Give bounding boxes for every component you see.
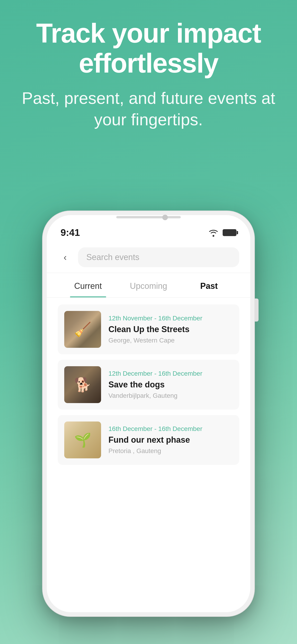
event-date-2: 12th December - 16th December [108, 370, 233, 377]
phone-notch [116, 216, 181, 218]
event-card-1[interactable]: 12th November - 16th December Clean Up t… [58, 304, 239, 354]
event-date-3: 16th December - 16th December [108, 425, 233, 432]
tab-current[interactable]: Current [58, 273, 118, 297]
event-date-1: 12th November - 16th December [108, 315, 233, 322]
hero-subtitle: Past, present, and future events at your… [14, 88, 283, 130]
back-chevron-icon: ‹ [64, 252, 66, 262]
event-location-2: Vanderbijlpark, Gauteng [108, 392, 233, 400]
event-title-3: Fund our next phase [108, 435, 233, 445]
event-title-2: Save the dogs [108, 380, 233, 390]
status-bar: 9:41 [47, 215, 250, 243]
phone-outer-shell: 9:41 ‹ Search events [42, 211, 254, 616]
search-bar-area: ‹ Search events [47, 243, 250, 273]
tabs-area: Current Upcoming Past [47, 273, 250, 298]
event-location-3: Pretoria , Gauteng [108, 447, 233, 455]
search-input-wrapper[interactable]: Search events [78, 247, 239, 267]
tab-upcoming[interactable]: Upcoming [118, 273, 179, 297]
phone-camera [162, 215, 168, 220]
hero-section: Track your impact effortlessly Past, pre… [0, 18, 297, 130]
events-list: 12th November - 16th December Clean Up t… [47, 298, 250, 472]
wifi-icon [208, 228, 219, 237]
search-input[interactable]: Search events [86, 252, 139, 262]
event-card-3[interactable]: 16th December - 16th December Fund our n… [58, 415, 239, 465]
tab-past[interactable]: Past [179, 273, 239, 297]
phone-mockup: 9:41 ‹ Search events [42, 211, 254, 616]
event-location-1: George, Western Cape [108, 337, 233, 344]
hero-title: Track your impact effortlessly [14, 18, 283, 78]
event-title-1: Clean Up the Streets [108, 324, 233, 334]
event-image-3 [64, 422, 101, 458]
event-info-2: 12th December - 16th December Save the d… [108, 370, 233, 399]
battery-icon [223, 229, 236, 236]
event-image-1 [64, 311, 101, 348]
event-info-1: 12th November - 16th December Clean Up t… [108, 315, 233, 344]
event-info-3: 16th December - 16th December Fund our n… [108, 425, 233, 454]
phone-screen: 9:41 ‹ Search events [47, 215, 250, 612]
event-image-2 [64, 366, 101, 403]
status-icons [208, 228, 236, 237]
status-time: 9:41 [60, 227, 80, 238]
event-card-2[interactable]: 12th December - 16th December Save the d… [58, 360, 239, 410]
back-button[interactable]: ‹ [58, 250, 72, 265]
